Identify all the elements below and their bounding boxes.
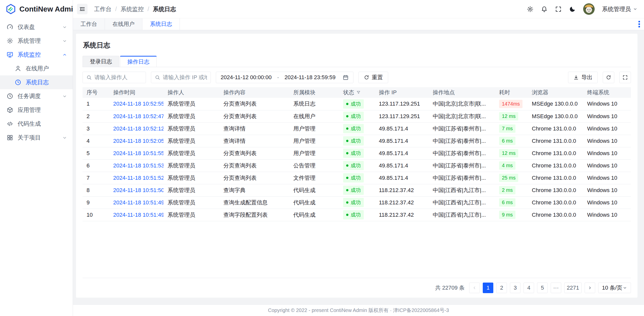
notification-bell-icon[interactable]: [541, 6, 548, 13]
sidebar-item-online-users[interactable]: 在线用户: [0, 62, 73, 75]
sidebar-item-code-generation[interactable]: 代码生成: [0, 117, 73, 131]
pagination-ellipsis-button[interactable]: ···: [551, 283, 561, 293]
filter-funnel-icon[interactable]: [356, 90, 361, 95]
status-dot-icon: [346, 214, 348, 216]
table-row[interactable]: 9 2024-11-18 10:51:49 系统管理员 查询生成配置信息 代码生…: [83, 196, 631, 209]
status-dot-icon: [346, 127, 348, 130]
reset-button[interactable]: 重置: [358, 72, 388, 83]
column-header-module: 所属模块: [289, 87, 339, 98]
table-row[interactable]: 5 2024-11-18 10:51:55 系统管理员 分页查询列表 用户管理 …: [83, 147, 631, 159]
sidebar-item-about-project[interactable]: 关于项目: [0, 131, 73, 145]
status-badge: 成功: [343, 198, 364, 207]
pagination-prev-button[interactable]: [469, 283, 480, 293]
tab-system-log[interactable]: 系统日志: [142, 18, 180, 30]
date-range-separator: -: [277, 74, 279, 81]
operation-time-link[interactable]: 2024-11-18 10:51:49: [113, 199, 164, 206]
code-icon: [7, 120, 13, 127]
table-row[interactable]: 7 2024-11-18 10:51:52 系统管理员 分页查询列表 文件管理 …: [83, 172, 631, 184]
operation-time-link[interactable]: 2024-11-18 10:52:47: [113, 113, 164, 119]
table-row[interactable]: 8 2024-11-18 10:51:50 系统管理员 查询字典 代码生成 成功…: [83, 184, 631, 196]
settings-icon[interactable]: [527, 6, 534, 13]
operation-time-link[interactable]: 2024-11-18 10:51:55: [113, 150, 164, 156]
table-row[interactable]: 10 2024-11-18 10:51:49 系统管理员 查询字段配置列表 代码…: [83, 209, 631, 221]
app-root: ContiNew Admin 仪表盘 系统管理 系统监控 在线用户: [0, 0, 644, 316]
pagination-page-button[interactable]: 1: [483, 283, 493, 293]
operation-time-link[interactable]: 2024-11-18 10:52:05: [113, 138, 164, 144]
cell-index: 9: [83, 196, 109, 209]
breadcrumb-separator: /: [115, 6, 117, 13]
topbar-actions: 系统管理员: [527, 3, 637, 15]
operation-time-link[interactable]: 2024-11-18 10:51:50: [113, 187, 164, 193]
pagination-page-button[interactable]: 2271: [564, 283, 582, 293]
pagination: 共 22709 条 1 2 3 4 5 ··· 2271 10 条/页: [83, 278, 631, 298]
user-menu[interactable]: 系统管理员: [602, 5, 637, 13]
table-row[interactable]: 4 2024-11-18 10:52:05 系统管理员 查询详情 用户管理 成功…: [83, 135, 631, 147]
breadcrumb-item[interactable]: 系统监控: [120, 5, 144, 13]
cell-content: 分页查询列表: [219, 147, 289, 159]
chevron-left-icon: [472, 286, 477, 290]
tab-online-users[interactable]: 在线用户: [105, 18, 142, 30]
page-size-value: 10 条/页: [602, 284, 622, 292]
date-range-picker[interactable]: 2024-11-12 00:00:00 - 2024-11-18 23:59:5…: [216, 72, 353, 83]
logo[interactable]: ContiNew Admin: [0, 0, 73, 18]
cell-content: 分页查询列表: [219, 159, 289, 172]
tab-workbench[interactable]: 工作台: [73, 18, 105, 30]
pagination-page-button[interactable]: 3: [510, 283, 520, 293]
cell-operator: 系统管理员: [164, 196, 219, 209]
cell-os: Windows 10: [583, 184, 631, 196]
sidebar-item-system-monitor[interactable]: 系统监控: [0, 48, 73, 62]
dashboard-icon: [7, 24, 13, 30]
cell-browser: Chrome 131.0.0.0: [528, 172, 583, 184]
operation-time-link[interactable]: 2024-11-18 10:51:53: [113, 162, 164, 169]
cell-browser: Chrome 130.0.0.0: [528, 184, 583, 196]
tab-login-log[interactable]: 登录日志: [83, 56, 119, 67]
chevron-down-icon: [62, 25, 67, 30]
sidebar-item-dashboard[interactable]: 仪表盘: [0, 20, 73, 34]
cell-operator: 系统管理员: [164, 98, 219, 110]
sidebar-item-app-management[interactable]: 应用管理: [0, 103, 73, 117]
sidebar-item-label: 在线用户: [26, 65, 49, 72]
avatar[interactable]: [583, 3, 595, 15]
filter-toolbar: 2024-11-12 00:00:00 - 2024-11-18 23:59:5…: [83, 67, 631, 87]
table-row[interactable]: 1 2024-11-18 10:52:55 系统管理员 分页查询列表 系统日志 …: [83, 98, 631, 110]
fullscreen-icon[interactable]: [555, 6, 562, 13]
collapse-sidebar-button[interactable]: [77, 4, 88, 14]
cell-browser: MSEdge 130.0.0.0: [528, 110, 583, 122]
dark-mode-moon-icon[interactable]: [569, 6, 576, 13]
table-row[interactable]: 3 2024-11-18 10:52:12 系统管理员 查询详情 用户管理 成功…: [83, 122, 631, 135]
cell-operator: 系统管理员: [164, 172, 219, 184]
operation-time-link[interactable]: 2024-11-18 10:52:55: [113, 101, 164, 107]
table-row[interactable]: 2 2024-11-18 10:52:47 系统管理员 分页查询列表 在线用户 …: [83, 110, 631, 122]
tab-operation-log[interactable]: 操作日志: [120, 56, 157, 67]
export-label: 导出: [581, 74, 592, 81]
operation-time-link[interactable]: 2024-11-18 10:51:52: [113, 175, 164, 181]
pagination-page-button[interactable]: 5: [537, 283, 548, 293]
page-size-select[interactable]: 10 条/页: [598, 283, 631, 293]
date-range-start: 2024-11-12 00:00:00: [221, 74, 272, 81]
breadcrumb-item[interactable]: 工作台: [94, 5, 111, 13]
operator-search-input[interactable]: [94, 74, 142, 81]
export-button[interactable]: 导出: [568, 72, 598, 83]
status-badge: 成功: [343, 112, 364, 121]
ip-search-input[interactable]: [163, 74, 207, 81]
tabbar-more-button[interactable]: [638, 18, 644, 30]
sidebar-item-system-log[interactable]: 系统日志: [0, 75, 73, 89]
operation-time-link[interactable]: 2024-11-18 10:51:49: [113, 212, 164, 218]
table-row[interactable]: 6 2024-11-18 10:51:53 系统管理员 分页查询列表 公告管理 …: [83, 159, 631, 172]
cell-location: 中国|江苏省|泰州市|...: [429, 122, 495, 135]
sidebar-item-task-schedule[interactable]: 任务调度: [0, 89, 73, 103]
sidebar-item-system-management[interactable]: 系统管理: [0, 34, 73, 48]
refresh-table-button[interactable]: [603, 72, 614, 83]
pagination-page-button[interactable]: 4: [524, 283, 534, 293]
cell-operator: 系统管理员: [164, 209, 219, 221]
pagination-next-button[interactable]: [585, 283, 595, 293]
chevron-down-icon: [62, 38, 67, 43]
cell-status: 成功: [339, 172, 375, 184]
pagination-page-button[interactable]: 2: [496, 283, 507, 293]
cell-content: 查询字典: [219, 184, 289, 196]
table-fullscreen-button[interactable]: [619, 72, 631, 83]
operation-time-link[interactable]: 2024-11-18 10:52:12: [113, 125, 164, 132]
duration-badge: 7 ms: [499, 124, 515, 133]
cell-content: 分页查询列表: [219, 98, 289, 110]
cell-duration: 1474ms: [495, 98, 528, 110]
